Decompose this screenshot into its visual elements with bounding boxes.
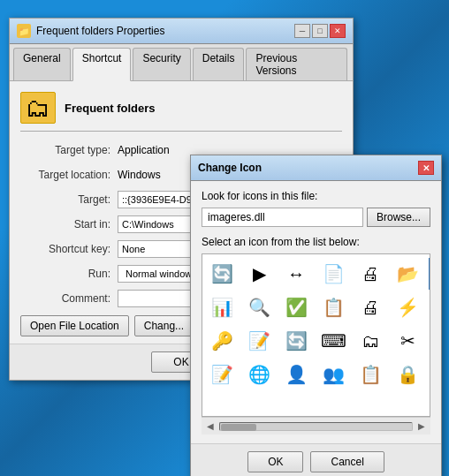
dialog-cancel-button[interactable]: Cancel: [310, 451, 384, 472]
icon-cell-3[interactable]: ↔: [280, 258, 312, 290]
folder-icon: [20, 92, 56, 124]
icon-grid: 🔄 ▶ ↔ 📄 🖨 📂 📁 ✖ 📊 🔍 ✅ 📋 🖨 ⚡ 🔗 ✖ 🔑 �: [202, 254, 430, 394]
icon-cell-18[interactable]: 📝: [243, 325, 275, 357]
titlebar-controls: ─ □ ✕: [294, 24, 346, 38]
icon-cell-9[interactable]: 📊: [206, 291, 238, 323]
titlebar-left: 📁 Frequent folders Properties: [17, 24, 164, 38]
scrollbar-track[interactable]: [219, 422, 413, 431]
icon-cell-7[interactable]: 📁: [429, 258, 430, 290]
icon-cell-26[interactable]: 🌐: [243, 359, 275, 390]
icon-cell-30[interactable]: 🔒: [392, 359, 423, 390]
icon-cell-15[interactable]: 🔗: [429, 291, 430, 323]
browse-button[interactable]: Browse...: [367, 208, 430, 227]
dialog-footer: OK Cancel: [191, 443, 441, 476]
properties-window-title: Frequent folders Properties: [36, 25, 164, 37]
icon-cell-23[interactable]: 👥: [429, 325, 430, 357]
icon-cell-6[interactable]: 📂: [392, 258, 423, 290]
icon-cell-20[interactable]: ⌨: [317, 325, 349, 357]
icon-cell-2[interactable]: ▶: [243, 258, 275, 290]
open-file-location-button[interactable]: Open File Location: [20, 315, 129, 336]
target-type-value: Application: [118, 144, 170, 156]
icon-cell-21[interactable]: 🗂: [354, 325, 386, 357]
file-input[interactable]: [202, 208, 363, 227]
icon-cell-10[interactable]: 🔍: [243, 291, 275, 323]
tab-previous-versions[interactable]: Previous Versions: [246, 48, 347, 80]
icon-cell-27[interactable]: 👤: [280, 359, 312, 390]
icon-cell-12[interactable]: 📋: [317, 291, 349, 323]
icon-cell-5[interactable]: 🖨: [354, 258, 386, 290]
maximize-button[interactable]: □: [312, 24, 328, 38]
target-type-label: Target type:: [20, 144, 118, 156]
scrollbar-area: ◀ ▶: [202, 417, 430, 434]
comment-label: Comment:: [20, 292, 118, 305]
target-location-label: Target location:: [20, 169, 118, 181]
properties-titlebar: 📁 Frequent folders Properties ─ □ ✕: [10, 19, 353, 44]
icon-cell-31[interactable]: 🖥: [429, 359, 430, 390]
dialog-titlebar: Change Icon ✕: [191, 155, 441, 181]
tab-shortcut[interactable]: Shortcut: [72, 48, 132, 81]
tab-security[interactable]: Security: [133, 48, 190, 80]
properties-name: Frequent folders: [65, 102, 156, 115]
start-in-label: Start in:: [20, 218, 118, 230]
close-button[interactable]: ✕: [330, 24, 346, 38]
icon-cell-13[interactable]: 🖨: [354, 291, 386, 323]
tab-details[interactable]: Details: [193, 48, 245, 80]
change-icon-button[interactable]: Chang...: [134, 315, 194, 336]
file-row: Browse...: [202, 208, 430, 227]
scroll-right-button[interactable]: ▶: [416, 419, 427, 433]
minimize-button[interactable]: ─: [294, 24, 310, 38]
icon-cell-14[interactable]: ⚡: [392, 291, 423, 323]
run-label: Run:: [20, 268, 118, 280]
dialog-ok-button[interactable]: OK: [247, 451, 303, 472]
icon-cell-11[interactable]: ✅: [280, 291, 312, 323]
icon-cell-19[interactable]: 🔄: [280, 325, 312, 357]
dialog-close-button[interactable]: ✕: [418, 161, 434, 175]
dialog-title: Change Icon: [198, 162, 262, 174]
change-icon-dialog: Change Icon ✕ Look for icons in this fil…: [190, 155, 442, 476]
icon-cell-1[interactable]: 🔄: [206, 258, 238, 290]
target-location-value: Windows: [118, 169, 161, 181]
select-icon-label: Select an icon from the list below:: [202, 236, 430, 248]
look-for-label: Look for icons in this file:: [202, 190, 430, 202]
icon-cell-28[interactable]: 👥: [317, 359, 349, 390]
properties-window-icon: 📁: [17, 24, 31, 38]
scroll-left-button[interactable]: ◀: [205, 419, 216, 433]
icon-cell-22[interactable]: ✂: [392, 325, 423, 357]
icon-cell-4[interactable]: 📄: [317, 258, 349, 290]
properties-header: Frequent folders: [20, 92, 342, 132]
tab-general[interactable]: General: [13, 48, 71, 80]
icon-cell-25[interactable]: 📝: [206, 359, 238, 390]
scrollbar-thumb[interactable]: [221, 424, 256, 431]
icon-grid-container: 🔄 ▶ ↔ 📄 🖨 📂 📁 ✖ 📊 🔍 ✅ 📋 🖨 ⚡ 🔗 ✖ 🔑 �: [202, 253, 430, 417]
icon-cell-29[interactable]: 📋: [354, 359, 386, 390]
target-label: Target:: [20, 193, 118, 206]
tabs-row: General Shortcut Security Details Previo…: [10, 44, 353, 81]
dialog-content: Look for icons in this file: Browse... S…: [191, 181, 441, 443]
shortcut-key-label: Shortcut key:: [20, 243, 118, 255]
icon-cell-17[interactable]: 🔑: [206, 325, 238, 357]
